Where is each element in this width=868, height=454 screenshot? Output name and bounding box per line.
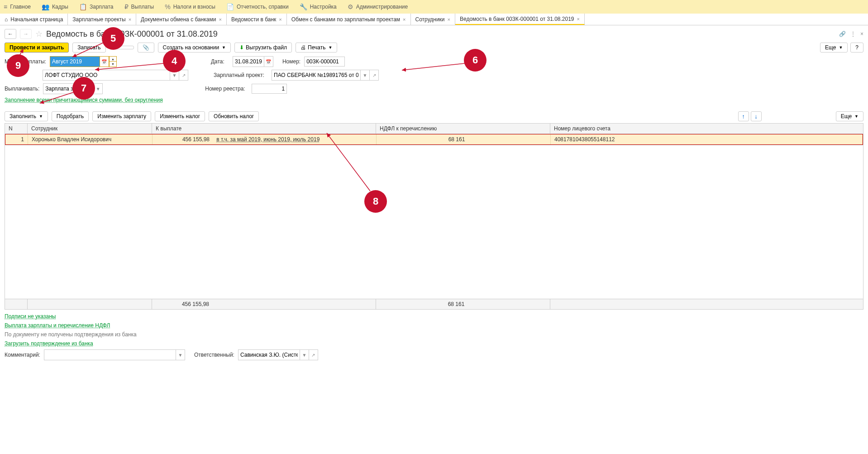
dropdown-icon[interactable]: ▼: [176, 350, 185, 360]
comment-input[interactable]: [44, 350, 176, 360]
col-ndfl-header[interactable]: НДФЛ к перечислению: [376, 124, 550, 134]
bank-confirmation-note: По документу не получены подтверждения и…: [5, 331, 863, 338]
tab-bank-exchange[interactable]: Обмен с банками по зарплатным проектам×: [287, 14, 411, 25]
btn-label: Выгрузить файл: [246, 44, 287, 51]
project-label: Зарплатный проект:: [214, 72, 268, 78]
close-icon[interactable]: ×: [129, 17, 131, 22]
btn-label: Еще: [825, 44, 836, 51]
close-icon[interactable]: ×: [448, 17, 450, 22]
move-down-button[interactable]: ↓: [751, 111, 762, 121]
tab-label: Сотрудники: [415, 16, 445, 23]
registry-label: Номер реестра:: [205, 86, 248, 92]
nav-back-button[interactable]: ←: [5, 29, 16, 39]
col-payout-header[interactable]: К выплате: [152, 124, 376, 134]
close-icon[interactable]: ×: [279, 17, 281, 22]
menu-main[interactable]: ≡Главное: [4, 3, 31, 10]
payout-amount: 456 155,98: [156, 136, 215, 143]
print-icon: 🖨: [300, 44, 306, 51]
date-input[interactable]: [233, 57, 264, 67]
responsible-input[interactable]: [238, 350, 300, 360]
menu-label: Администрирование: [356, 4, 408, 10]
calendar-icon[interactable]: 📅: [100, 57, 109, 67]
month-input[interactable]: [50, 57, 100, 67]
change-salary-button[interactable]: Изменить зарплату: [92, 111, 151, 121]
menu-taxes[interactable]: %Налоги и взносы: [165, 3, 215, 10]
print-button[interactable]: 🖨Печать▼: [296, 43, 337, 53]
menu-payments[interactable]: ₽Выплаты: [124, 3, 154, 10]
tab-label: Начальная страница: [10, 16, 63, 23]
caret-down-icon: ▼: [328, 45, 332, 50]
payout-detail-link[interactable]: в т.ч. за май 2019, июнь 2019, июль 2019: [216, 136, 320, 143]
open-icon[interactable]: ↗: [309, 350, 318, 360]
open-icon[interactable]: ↗: [179, 70, 188, 80]
menu-label: Выплаты: [131, 4, 154, 10]
payout-ndfl-link[interactable]: Выплата зарплаты и перечисление НДФЛ: [5, 322, 110, 329]
col-account-header[interactable]: Номер лицевого счета: [550, 124, 863, 134]
foot-payout-total: 456 155,98: [152, 299, 376, 309]
write-button[interactable]: Записать: [72, 43, 105, 53]
open-icon[interactable]: ↗: [369, 70, 378, 80]
attach-button[interactable]: 📎: [138, 43, 154, 53]
tab-statement[interactable]: Ведомость в банк 00ЗК-000001 от 31.08.20…: [455, 14, 585, 25]
menu-salary[interactable]: 📋Зарплата: [79, 3, 114, 10]
tab-employees[interactable]: Сотрудники×: [411, 14, 455, 25]
menu-reports[interactable]: 📄Отчетность, справки: [226, 3, 289, 10]
kebab-icon[interactable]: ⋮: [850, 31, 856, 37]
annotation-badge-9: 9: [7, 54, 29, 77]
close-icon[interactable]: ×: [577, 16, 580, 22]
change-tax-button[interactable]: Изменить налог: [155, 111, 205, 121]
employee-table: N Сотрудник К выплате НДФЛ к перечислени…: [5, 123, 863, 310]
wrench-icon: 🔧: [300, 3, 307, 10]
table-empty-space: [5, 145, 863, 299]
tab-bank-docs[interactable]: Документы обмена с банками×: [136, 14, 227, 25]
cell-n: 1: [5, 134, 28, 144]
update-tax-button[interactable]: Обновить налог: [209, 111, 259, 121]
dropdown-icon[interactable]: ▼: [300, 350, 309, 360]
btn-label: Печать: [308, 44, 325, 51]
calendar-icon[interactable]: 📅: [264, 57, 273, 67]
document-toolbar: Провести и закрыть Записать 📎 Создать на…: [0, 41, 868, 56]
nav-forward-button[interactable]: →: [20, 29, 32, 39]
more-button[interactable]: Еще▼: [820, 43, 848, 53]
document-icon: 📄: [226, 3, 234, 10]
project-input[interactable]: [272, 70, 360, 80]
menu-settings[interactable]: 🔧Настройка: [300, 3, 337, 10]
menu-admin[interactable]: ⚙Администрирование: [348, 3, 408, 10]
foot-spacer: [28, 299, 152, 309]
fill-button[interactable]: Заполнить▼: [5, 111, 48, 121]
help-button[interactable]: ?: [850, 43, 863, 53]
number-label: Номер:: [282, 58, 300, 65]
close-page-icon[interactable]: ×: [860, 31, 863, 37]
table-more-button[interactable]: Еще▼: [836, 111, 863, 121]
tab-label: Зарплатные проекты: [72, 16, 125, 23]
table-row[interactable]: 1 Хоронько Владлен Исидорович 456 155,98…: [5, 134, 863, 145]
col-employee-header[interactable]: Сотрудник: [28, 124, 152, 134]
org-input[interactable]: [43, 70, 170, 80]
registry-input[interactable]: [252, 84, 287, 94]
dropdown-icon[interactable]: ▼: [360, 70, 369, 80]
menu-hr[interactable]: 👥Кадры: [42, 3, 68, 10]
tab-home[interactable]: ⌂Начальная страница: [0, 14, 68, 25]
ndfl-amount: 68 161: [380, 136, 547, 143]
link-icon[interactable]: 🔗: [839, 31, 846, 37]
load-confirmation-link[interactable]: Загрузить подтверждение из банка: [5, 340, 93, 347]
tab-salary-projects[interactable]: Зарплатные проекты×: [68, 14, 136, 25]
total-amount: 456 155,98: [156, 301, 215, 307]
export-file-button[interactable]: ⬇Выгрузить файл: [234, 43, 292, 53]
spin-up-icon[interactable]: ▲: [109, 57, 116, 62]
post-close-button[interactable]: Провести и закрыть: [5, 43, 69, 53]
col-n-header[interactable]: N: [5, 124, 28, 134]
number-input[interactable]: [304, 57, 345, 67]
spin-down-icon[interactable]: ▼: [109, 62, 116, 67]
close-icon[interactable]: ×: [219, 17, 222, 22]
pick-button[interactable]: Подобрать: [52, 111, 89, 121]
annotation-badge-8: 8: [364, 190, 387, 213]
annotation-badge-7: 7: [72, 77, 95, 100]
cell-payout: 456 155,98 в т.ч. за май 2019, июнь 2019…: [153, 134, 377, 144]
favorite-icon[interactable]: ☆: [35, 29, 43, 39]
home-icon: ⌂: [5, 16, 8, 23]
close-icon[interactable]: ×: [403, 17, 405, 22]
move-up-button[interactable]: ↑: [738, 111, 749, 121]
signatures-link[interactable]: Подписи не указаны: [5, 313, 56, 320]
tab-bank-statements[interactable]: Ведомости в банк×: [227, 14, 287, 25]
